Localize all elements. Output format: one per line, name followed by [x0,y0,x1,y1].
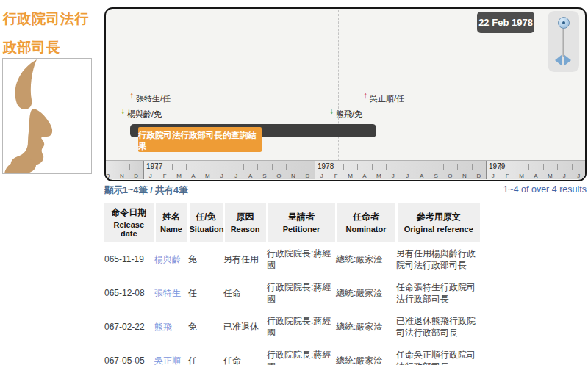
cell-name: 熊飛 [154,310,188,344]
person-link[interactable]: 張特生 [154,288,181,298]
results-count-bar: 顯示1~4筆 / 共有4筆 1~4 of over 4 results [104,184,587,198]
axis-month-tick [229,164,229,170]
axis-month-tick [129,164,130,170]
portrait-box [2,58,92,174]
event-label: 吳正順/任 [370,92,404,104]
axis-month-label: N [457,173,471,179]
axis-month-tick [514,164,515,170]
axis-month-label: J [315,173,329,179]
down-arrow-icon: ↓ [121,107,125,115]
axis-month-tick [272,164,273,170]
current-date-line [338,10,339,179]
axis-month-label: J [401,173,415,179]
axis-month-tick [301,164,301,170]
table-row: 067-02-22 熊飛 免 已准退休 行政院院長:蔣經國 總統:嚴家淦 已准退… [104,310,480,344]
axis-year-label: 1977 [146,162,162,170]
axis-month-tick [257,164,258,170]
axis-month-label: M [514,173,528,179]
axis-month-label: F [157,173,171,179]
axis-month-label: N [286,173,300,179]
axis-month-label: J [143,173,157,179]
axis-month-tick [429,164,429,170]
timeline-event[interactable]: ↓ 楊與齡/免 [121,107,162,119]
axis-month-label: D [472,173,486,179]
axis-month-label: M [372,173,386,179]
up-arrow-icon: ↑ [129,92,134,100]
timeline-event[interactable]: ↓ 熊飛/免 [329,107,362,119]
app-root: 行政院司法行政部司長 22 Feb 1978 ↑ 張特生/任 ↓ 楊與齡/免 [0,0,588,365]
axis-month-label: O [106,173,115,179]
cell-original-reference: 另有任用楊與齡行政院司法行政部司長 [396,242,480,276]
cell-name: 張特生 [154,276,188,310]
axis-month-label: J [572,173,585,179]
cell-nominator: 總統:嚴家淦 [336,242,396,276]
zoom-slider-handle[interactable] [558,17,570,29]
col-header-original-reference: 參考用原文Original reference [396,203,480,242]
axis-month-tick [557,164,558,170]
person-link[interactable]: 吳正順 [154,355,181,365]
axis-month-tick [401,164,401,170]
axis-month-label: O [272,173,286,179]
col-header-reason: 原因Reason [223,203,267,242]
table-header-row: 命令日期Release date 姓名Name 任/免Situation 原因R… [104,203,480,242]
results-count-en: 1~4 of over 4 results [503,184,587,195]
up-arrow-icon: ↑ [363,92,368,100]
axis-month-label: M [201,173,215,179]
timeline-zoom-control [548,11,579,72]
axis-month-tick [572,164,573,170]
axis-month-tick [201,164,201,170]
axis-month-tick [215,164,215,170]
query-result-tooltip: 行政院司法行政部司長的查詢結果 [138,127,262,152]
cell-petitioner: 行政院院長:蔣經國 [267,310,336,344]
cell-nominator: 總統:嚴家淦 [336,310,396,344]
pan-right-icon[interactable] [564,54,571,66]
axis-month-label: A [243,173,257,179]
col-header-name: 姓名Name [154,203,188,242]
axis-month-tick [172,164,173,170]
cell-situation: 任 [188,276,223,310]
cell-release-date: 067-02-22 [104,310,154,344]
axis-month-tick [343,164,344,170]
face-profile-icon [3,59,91,173]
cell-original-reference: 任命吳正順行政院司法行政部司長 [396,344,480,365]
person-link[interactable]: 熊飛 [154,322,172,332]
axis-year-tick [315,161,315,179]
axis-month-label: A [357,173,371,179]
cell-reason: 任命 [223,344,267,365]
cell-nominator: 總統:嚴家淦 [336,344,396,365]
axis-month-tick [443,164,444,170]
person-link[interactable]: 楊與齡 [154,254,181,264]
timeline-event[interactable]: ↑ 張特生/任 [129,92,171,104]
cell-release-date: 067-05-05 [104,344,154,365]
axis-month-tick [457,164,458,170]
cell-original-reference: 已准退休熊飛行政院司法行政部司長 [396,310,480,344]
axis-month-label: N [115,173,129,179]
cell-reason: 任命 [223,276,267,310]
axis-year-tick [486,161,487,179]
event-label: 熊飛/免 [336,107,362,119]
timeline-panel[interactable]: 22 Feb 1978 ↑ 張特生/任 ↓ 楊與齡/免 ↑ 吳正順/任 ↓ 熊飛… [104,7,587,181]
axis-month-tick [115,164,115,170]
axis-month-label: J [557,173,571,179]
timeline-event[interactable]: ↑ 吳正順/任 [363,92,404,104]
axis-month-label: S [257,173,271,179]
axis-month-tick [186,164,187,170]
cell-release-date: 065-11-19 [104,242,154,276]
axis-month-tick [415,164,415,170]
cell-situation: 任 [188,344,223,365]
pan-buttons [555,54,571,66]
pan-left-icon[interactable] [555,54,562,66]
table-row: 067-05-05 吳正順 任 任命 行政院院長:蔣經國 總統:嚴家淦 任命吳正… [104,344,480,365]
cell-situation: 免 [188,242,223,276]
event-label: 楊與齡/免 [127,107,162,119]
timeline-axis[interactable]: ONDJFMAMJJASONDJFMAMJJASONDJFMAMJJ197719… [106,160,585,179]
axis-month-label: S [429,173,442,179]
col-header-situation: 任/免Situation [188,203,223,242]
axis-month-tick [386,164,387,170]
axis-month-label: A [186,173,200,179]
table-row: 065-12-08 張特生 任 任命 行政院院長:蔣經國 總統:嚴家淦 任命張特… [104,276,480,310]
axis-month-tick [286,164,287,170]
results-count-zh: 顯示1~4筆 / 共有4筆 [104,184,188,197]
col-header-nominator: 任命者Nominator [336,203,396,242]
axis-month-tick [472,164,473,170]
